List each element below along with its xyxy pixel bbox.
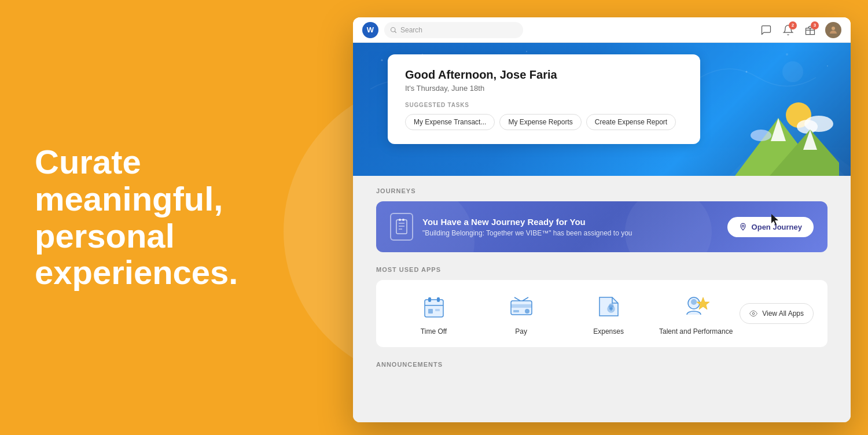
svg-line-1: [395, 31, 396, 32]
svg-rect-33: [437, 297, 440, 302]
talent-icon: [681, 292, 711, 322]
svg-rect-24: [396, 220, 407, 234]
svg-point-3: [832, 27, 835, 30]
svg-point-11: [786, 53, 788, 56]
left-panel: Curate meaningful, personal experiences.: [35, 143, 278, 291]
svg-rect-35: [428, 309, 433, 314]
most-used-apps-label: MOST USED APPS: [376, 266, 827, 273]
svg-rect-36: [435, 309, 440, 311]
time-off-label: Time Off: [421, 327, 447, 336]
hero-illustration: [735, 95, 839, 176]
view-all-apps-label: View All Apps: [762, 309, 804, 318]
journey-icon: [390, 213, 413, 241]
svg-point-12: [827, 65, 828, 67]
task-button-1[interactable]: My Expense Reports: [499, 114, 581, 130]
journey-left: You Have a New Journey Ready for You "Bu…: [390, 213, 632, 241]
task-button-2[interactable]: Create Expense Report: [586, 114, 676, 130]
eye-icon: [749, 309, 757, 318]
svg-marker-44: [697, 297, 709, 309]
view-all-apps-button[interactable]: View All Apps: [740, 303, 814, 324]
suggested-tasks-label: SUGGESTED TASKS: [405, 102, 683, 108]
expenses-label: Expenses: [593, 327, 624, 336]
svg-point-28: [399, 219, 401, 221]
greeting-date: It's Thursday, June 18th: [405, 84, 683, 93]
search-bar[interactable]: Search: [384, 22, 523, 38]
open-journey-button[interactable]: Open Journey: [727, 217, 814, 237]
svg-point-15: [782, 61, 803, 82]
gift-badge: 3: [811, 21, 819, 30]
mouse-cursor: [771, 214, 778, 224]
journey-subtitle: "Building Belonging: Together we VIBE™" …: [422, 229, 632, 237]
svg-point-18: [797, 120, 818, 134]
search-placeholder: Search: [400, 26, 422, 34]
journey-card: You Have a New Journey Ready for You "Bu…: [376, 201, 827, 252]
toolbar-icons: 2 3: [759, 22, 841, 38]
svg-point-45: [752, 312, 755, 315]
gift-icon-button[interactable]: 3: [803, 23, 817, 37]
notification-bell-button[interactable]: 2: [781, 23, 795, 37]
search-icon: [390, 27, 397, 34]
hero-banner: Good Afternoon, Jose Faria It's Thursday…: [353, 43, 851, 176]
app-item-expenses[interactable]: Expenses: [565, 292, 652, 336]
app-item-time-off[interactable]: Time Off: [390, 292, 477, 336]
svg-rect-32: [428, 297, 431, 302]
journeys-section-label: JOURNEYS: [376, 187, 827, 194]
chat-icon-button[interactable]: [759, 23, 773, 37]
svg-point-4: [381, 60, 383, 61]
apps-card: Time Off Pay: [376, 280, 827, 347]
svg-point-43: [691, 299, 697, 305]
hero-headline: Curate meaningful, personal experiences.: [35, 143, 278, 291]
pay-icon: [506, 292, 536, 322]
scroll-area: JOURNEYS You Have a Ne: [353, 176, 851, 422]
talent-label: Talent and Performance: [659, 327, 733, 336]
svg-point-30: [742, 225, 744, 227]
browser-window: W Search 2: [353, 17, 851, 422]
announcements-section-label: ANNOUNCEMENTS: [376, 361, 827, 368]
task-button-0[interactable]: My Expense Transact...: [405, 114, 495, 130]
location-icon: [739, 223, 747, 231]
svg-point-23: [751, 130, 771, 141]
browser-toolbar: W Search 2: [353, 17, 851, 43]
user-avatar[interactable]: [825, 22, 841, 38]
main-content: Good Afternoon, Jose Faria It's Thursday…: [353, 43, 851, 422]
journey-title: You Have a New Journey Ready for You: [422, 217, 632, 227]
journey-text: You Have a New Journey Ready for You "Bu…: [422, 217, 632, 237]
bell-badge: 2: [789, 21, 797, 30]
time-off-icon: [419, 292, 449, 322]
workday-logo: W: [362, 22, 378, 38]
app-item-talent[interactable]: Talent and Performance: [652, 292, 740, 336]
svg-rect-31: [425, 300, 443, 317]
pay-label: Pay: [515, 327, 527, 336]
svg-rect-38: [511, 304, 532, 308]
expenses-icon: [594, 292, 624, 322]
task-buttons: My Expense Transact... My Expense Report…: [405, 114, 683, 130]
greeting-card: Good Afternoon, Jose Faria It's Thursday…: [388, 54, 700, 144]
greeting-title: Good Afternoon, Jose Faria: [405, 68, 683, 82]
svg-point-7: [526, 51, 527, 52]
svg-point-40: [525, 309, 529, 314]
svg-rect-39: [513, 310, 519, 312]
svg-point-29: [402, 219, 404, 221]
app-item-pay[interactable]: Pay: [477, 292, 565, 336]
